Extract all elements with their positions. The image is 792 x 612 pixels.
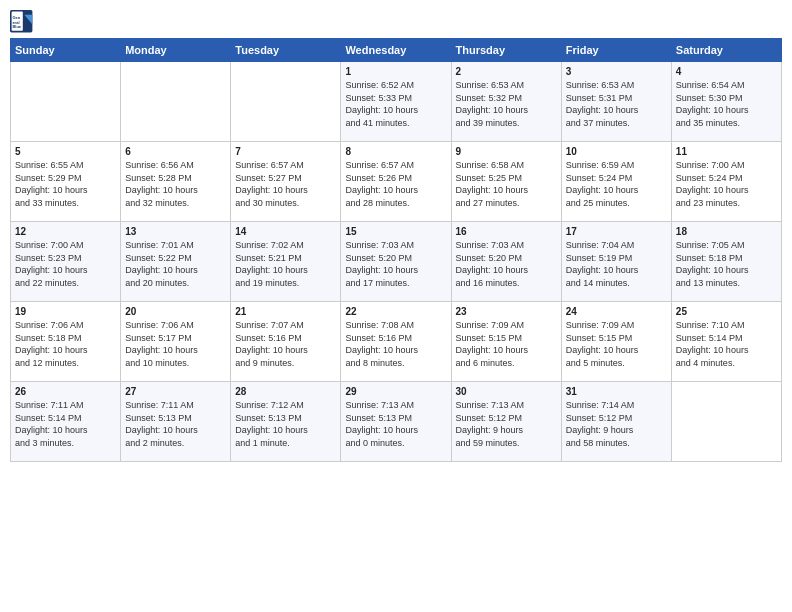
day-number: 12	[15, 226, 116, 237]
calendar-cell: 1Sunrise: 6:52 AMSunset: 5:33 PMDaylight…	[341, 62, 451, 142]
cell-info: and 9 minutes.	[235, 357, 336, 370]
cell-info: Daylight: 10 hours	[125, 424, 226, 437]
cell-info: Sunset: 5:17 PM	[125, 332, 226, 345]
cell-info: Sunrise: 7:03 AM	[456, 239, 557, 252]
cell-info: Sunset: 5:18 PM	[15, 332, 116, 345]
cell-info: and 25 minutes.	[566, 197, 667, 210]
cell-info: Daylight: 10 hours	[15, 344, 116, 357]
cell-info: Daylight: 9 hours	[456, 424, 557, 437]
cell-info: and 39 minutes.	[456, 117, 557, 130]
calendar-cell: 17Sunrise: 7:04 AMSunset: 5:19 PMDayligh…	[561, 222, 671, 302]
cell-info: Daylight: 10 hours	[345, 184, 446, 197]
day-number: 23	[456, 306, 557, 317]
cell-info: and 19 minutes.	[235, 277, 336, 290]
cell-info: Daylight: 10 hours	[345, 424, 446, 437]
cell-info: Sunset: 5:15 PM	[566, 332, 667, 345]
cell-info: Sunrise: 6:53 AM	[456, 79, 557, 92]
header-sunday: Sunday	[11, 39, 121, 62]
cell-info: and 41 minutes.	[345, 117, 446, 130]
day-number: 18	[676, 226, 777, 237]
svg-text:Blue: Blue	[12, 24, 21, 29]
cell-info: and 58 minutes.	[566, 437, 667, 450]
day-number: 8	[345, 146, 446, 157]
cell-info: Sunset: 5:16 PM	[235, 332, 336, 345]
calendar-cell: 22Sunrise: 7:08 AMSunset: 5:16 PMDayligh…	[341, 302, 451, 382]
cell-info: Sunrise: 7:04 AM	[566, 239, 667, 252]
calendar-cell: 28Sunrise: 7:12 AMSunset: 5:13 PMDayligh…	[231, 382, 341, 462]
cell-info: Sunrise: 7:11 AM	[15, 399, 116, 412]
day-number: 21	[235, 306, 336, 317]
cell-info: Sunset: 5:27 PM	[235, 172, 336, 185]
cell-info: Sunset: 5:14 PM	[676, 332, 777, 345]
cell-info: and 10 minutes.	[125, 357, 226, 370]
calendar-cell: 15Sunrise: 7:03 AMSunset: 5:20 PMDayligh…	[341, 222, 451, 302]
calendar-cell: 5Sunrise: 6:55 AMSunset: 5:29 PMDaylight…	[11, 142, 121, 222]
cell-info: Sunset: 5:29 PM	[15, 172, 116, 185]
calendar-cell: 11Sunrise: 7:00 AMSunset: 5:24 PMDayligh…	[671, 142, 781, 222]
day-number: 15	[345, 226, 446, 237]
calendar-cell: 21Sunrise: 7:07 AMSunset: 5:16 PMDayligh…	[231, 302, 341, 382]
cell-info: Sunrise: 6:53 AM	[566, 79, 667, 92]
cell-info: and 2 minutes.	[125, 437, 226, 450]
cell-info: Daylight: 10 hours	[15, 184, 116, 197]
cell-info: and 16 minutes.	[456, 277, 557, 290]
cell-info: Sunset: 5:28 PM	[125, 172, 226, 185]
day-number: 27	[125, 386, 226, 397]
calendar-cell: 26Sunrise: 7:11 AMSunset: 5:14 PMDayligh…	[11, 382, 121, 462]
day-number: 4	[676, 66, 777, 77]
header-wednesday: Wednesday	[341, 39, 451, 62]
calendar-cell: 24Sunrise: 7:09 AMSunset: 5:15 PMDayligh…	[561, 302, 671, 382]
cell-info: and 35 minutes.	[676, 117, 777, 130]
calendar-cell: 18Sunrise: 7:05 AMSunset: 5:18 PMDayligh…	[671, 222, 781, 302]
cell-info: and 13 minutes.	[676, 277, 777, 290]
cell-info: and 32 minutes.	[125, 197, 226, 210]
day-number: 17	[566, 226, 667, 237]
calendar-cell	[11, 62, 121, 142]
cell-info: and 17 minutes.	[345, 277, 446, 290]
cell-info: Sunset: 5:18 PM	[676, 252, 777, 265]
cell-info: Sunrise: 7:02 AM	[235, 239, 336, 252]
cell-info: Daylight: 10 hours	[676, 264, 777, 277]
header-tuesday: Tuesday	[231, 39, 341, 62]
day-number: 1	[345, 66, 446, 77]
cell-info: Sunrise: 7:09 AM	[456, 319, 557, 332]
cell-info: Daylight: 10 hours	[235, 424, 336, 437]
day-number: 16	[456, 226, 557, 237]
cell-info: Sunrise: 7:06 AM	[125, 319, 226, 332]
cell-info: and 28 minutes.	[345, 197, 446, 210]
cell-info: and 6 minutes.	[456, 357, 557, 370]
calendar-cell: 20Sunrise: 7:06 AMSunset: 5:17 PMDayligh…	[121, 302, 231, 382]
logo: Gen eral Blue	[10, 10, 38, 34]
calendar-cell: 6Sunrise: 6:56 AMSunset: 5:28 PMDaylight…	[121, 142, 231, 222]
cell-info: Daylight: 10 hours	[235, 184, 336, 197]
cell-info: Sunrise: 7:06 AM	[15, 319, 116, 332]
cell-info: Sunset: 5:12 PM	[566, 412, 667, 425]
day-number: 5	[15, 146, 116, 157]
cell-info: Sunrise: 7:12 AM	[235, 399, 336, 412]
cell-info: Sunset: 5:13 PM	[125, 412, 226, 425]
cell-info: Daylight: 10 hours	[456, 344, 557, 357]
cell-info: Daylight: 10 hours	[345, 104, 446, 117]
day-number: 20	[125, 306, 226, 317]
cell-info: Daylight: 10 hours	[235, 264, 336, 277]
calendar-cell: 8Sunrise: 6:57 AMSunset: 5:26 PMDaylight…	[341, 142, 451, 222]
header: Gen eral Blue	[10, 10, 782, 34]
calendar-cell: 25Sunrise: 7:10 AMSunset: 5:14 PMDayligh…	[671, 302, 781, 382]
cell-info: and 4 minutes.	[676, 357, 777, 370]
cell-info: Sunrise: 7:00 AM	[676, 159, 777, 172]
cell-info: Sunrise: 7:08 AM	[345, 319, 446, 332]
cell-info: Daylight: 10 hours	[566, 104, 667, 117]
day-number: 19	[15, 306, 116, 317]
day-number: 26	[15, 386, 116, 397]
cell-info: Sunrise: 6:58 AM	[456, 159, 557, 172]
cell-info: and 59 minutes.	[456, 437, 557, 450]
day-number: 29	[345, 386, 446, 397]
cell-info: and 22 minutes.	[15, 277, 116, 290]
cell-info: Daylight: 10 hours	[125, 184, 226, 197]
cell-info: and 12 minutes.	[15, 357, 116, 370]
cell-info: Daylight: 10 hours	[235, 344, 336, 357]
cell-info: Sunrise: 6:54 AM	[676, 79, 777, 92]
cell-info: Daylight: 9 hours	[566, 424, 667, 437]
cell-info: and 5 minutes.	[566, 357, 667, 370]
cell-info: Sunset: 5:22 PM	[125, 252, 226, 265]
